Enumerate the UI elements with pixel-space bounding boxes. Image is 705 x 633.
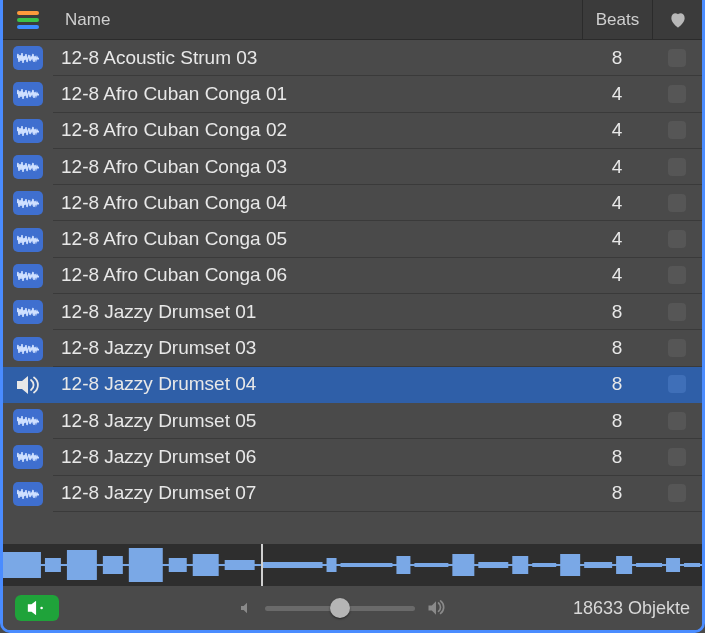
loop-beats: 8 — [582, 439, 652, 475]
loop-type-icon[interactable] — [3, 46, 53, 70]
table-row[interactable]: 12-8 Afro Cuban Conga 024 — [3, 113, 702, 149]
checkbox-icon — [668, 194, 686, 212]
speaker-play-icon — [26, 599, 48, 617]
loop-name: 12-8 Jazzy Drumset 01 — [53, 294, 582, 330]
loop-beats: 4 — [582, 113, 652, 149]
loop-beats: 4 — [582, 76, 652, 112]
table-row[interactable]: 12-8 Jazzy Drumset 068 — [3, 439, 702, 475]
table-row[interactable]: 12-8 Afro Cuban Conga 044 — [3, 185, 702, 221]
favorite-checkbox[interactable] — [652, 439, 702, 475]
menu-icon — [17, 11, 39, 29]
svg-point-24 — [40, 607, 43, 610]
checkbox-icon — [668, 375, 686, 393]
table-header: Name Beats — [3, 0, 702, 40]
column-header-favorite[interactable] — [652, 0, 702, 39]
loop-type-icon[interactable] — [3, 228, 53, 252]
favorite-checkbox[interactable] — [652, 258, 702, 294]
volume-slider[interactable] — [265, 606, 415, 611]
loop-name: 12-8 Jazzy Drumset 05 — [53, 403, 582, 439]
audio-loop-icon — [13, 228, 43, 252]
table-row[interactable]: 12-8 Afro Cuban Conga 034 — [3, 149, 702, 185]
loop-beats: 8 — [582, 330, 652, 366]
loop-type-icon[interactable] — [3, 155, 53, 179]
loop-type-icon[interactable] — [3, 482, 53, 506]
checkbox-icon — [668, 266, 686, 284]
column-header-beats[interactable]: Beats — [582, 0, 652, 39]
table-row[interactable]: 12-8 Jazzy Drumset 058 — [3, 403, 702, 439]
loop-name: 12-8 Afro Cuban Conga 04 — [53, 185, 582, 221]
checkbox-icon — [668, 121, 686, 139]
loop-beats: 8 — [582, 40, 652, 76]
loop-beats: 8 — [582, 403, 652, 439]
loop-beats: 4 — [582, 149, 652, 185]
loop-beats: 8 — [582, 367, 652, 403]
loop-beats: 8 — [582, 476, 652, 512]
view-menu-button[interactable] — [3, 11, 53, 29]
loop-name: 12-8 Afro Cuban Conga 06 — [53, 258, 582, 294]
favorite-checkbox[interactable] — [652, 403, 702, 439]
loop-type-icon[interactable] — [3, 82, 53, 106]
audio-loop-icon — [13, 482, 43, 506]
loop-name: 12-8 Jazzy Drumset 07 — [53, 476, 582, 512]
favorite-checkbox[interactable] — [652, 367, 702, 403]
volume-high-icon — [425, 598, 447, 618]
waveform-preview[interactable] — [3, 544, 702, 586]
table-row[interactable]: 12-8 Acoustic Strum 038 — [3, 40, 702, 76]
volume-thumb[interactable] — [330, 598, 350, 618]
checkbox-icon — [668, 339, 686, 357]
table-row[interactable]: 12-8 Jazzy Drumset 018 — [3, 294, 702, 330]
favorite-checkbox[interactable] — [652, 76, 702, 112]
checkbox-icon — [668, 49, 686, 67]
table-row[interactable]: 12-8 Jazzy Drumset 048 — [3, 367, 702, 403]
loop-type-icon[interactable] — [3, 300, 53, 324]
play-button[interactable] — [15, 595, 59, 621]
loop-name: 12-8 Afro Cuban Conga 02 — [53, 113, 582, 149]
loop-name: 12-8 Jazzy Drumset 03 — [53, 330, 582, 366]
loop-name: 12-8 Acoustic Strum 03 — [53, 40, 582, 76]
table-row[interactable]: 12-8 Jazzy Drumset 078 — [3, 476, 702, 512]
audio-loop-icon — [13, 82, 43, 106]
loop-name: 12-8 Afro Cuban Conga 03 — [53, 149, 582, 185]
loop-type-icon[interactable] — [3, 445, 53, 469]
favorite-checkbox[interactable] — [652, 149, 702, 185]
now-playing-icon[interactable] — [3, 375, 53, 395]
audio-loop-icon — [13, 191, 43, 215]
playhead[interactable] — [261, 544, 263, 586]
loop-beats: 8 — [582, 294, 652, 330]
volume-control — [239, 598, 447, 618]
audio-loop-icon — [13, 155, 43, 179]
loop-name: 12-8 Jazzy Drumset 04 — [53, 367, 582, 403]
loop-name: 12-8 Jazzy Drumset 06 — [53, 439, 582, 475]
audio-loop-icon — [13, 337, 43, 361]
svg-rect-23 — [3, 564, 702, 566]
loop-type-icon[interactable] — [3, 337, 53, 361]
object-count: 18633 Objekte — [573, 598, 690, 619]
favorite-checkbox[interactable] — [652, 476, 702, 512]
table-row[interactable]: 12-8 Jazzy Drumset 038 — [3, 330, 702, 366]
audio-loop-icon — [13, 409, 43, 433]
favorite-checkbox[interactable] — [652, 113, 702, 149]
loop-list: 12-8 Acoustic Strum 03812-8 Afro Cuban C… — [3, 40, 702, 544]
table-row[interactable]: 12-8 Afro Cuban Conga 054 — [3, 221, 702, 257]
checkbox-icon — [668, 412, 686, 430]
checkbox-icon — [668, 448, 686, 466]
column-header-name[interactable]: Name — [53, 10, 582, 30]
table-row[interactable]: 12-8 Afro Cuban Conga 014 — [3, 76, 702, 112]
favorite-checkbox[interactable] — [652, 185, 702, 221]
table-row[interactable]: 12-8 Afro Cuban Conga 064 — [3, 258, 702, 294]
loop-type-icon[interactable] — [3, 119, 53, 143]
checkbox-icon — [668, 158, 686, 176]
favorite-checkbox[interactable] — [652, 330, 702, 366]
loop-type-icon[interactable] — [3, 409, 53, 433]
favorite-checkbox[interactable] — [652, 294, 702, 330]
favorite-checkbox[interactable] — [652, 221, 702, 257]
checkbox-icon — [668, 484, 686, 502]
loop-type-icon[interactable] — [3, 264, 53, 288]
heart-icon — [668, 10, 688, 30]
loop-type-icon[interactable] — [3, 191, 53, 215]
audio-loop-icon — [13, 264, 43, 288]
checkbox-icon — [668, 303, 686, 321]
loop-beats: 4 — [582, 258, 652, 294]
favorite-checkbox[interactable] — [652, 40, 702, 76]
loop-name: 12-8 Afro Cuban Conga 01 — [53, 76, 582, 112]
